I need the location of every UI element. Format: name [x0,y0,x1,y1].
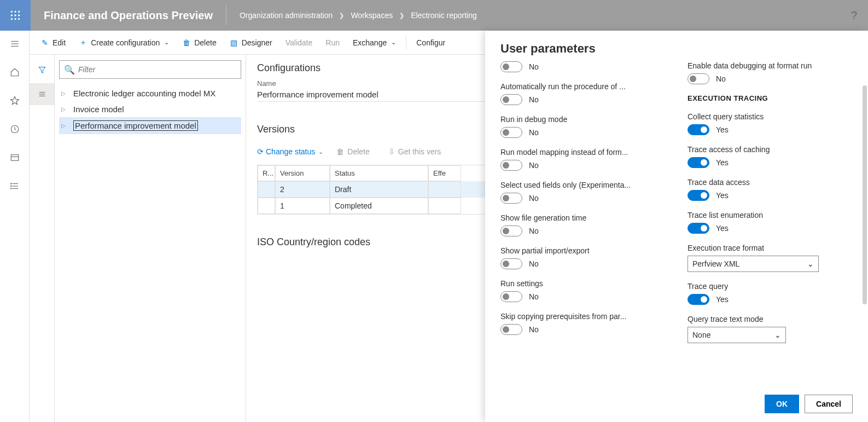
breadcrumb: Organization administration ❯ Workspaces… [226,11,477,20]
crumb-workspaces[interactable]: Workspaces [351,11,393,20]
query-mode-select[interactable]: None ⌄ [688,327,786,343]
cell-eff [428,181,461,198]
param-label: Select used fields only (Experimenta... [500,181,666,189]
tree-item-label: Invoice model [73,105,124,114]
toggle-left-2[interactable] [500,127,522,138]
toggle-value: Yes [716,224,729,233]
cycle-icon: ⟳ [257,147,264,156]
chevron-down-icon: ⌄ [318,148,323,155]
tree-item-perf-improvement[interactable]: ▷ Performance improvement model [59,117,241,134]
list-tool[interactable] [30,83,54,105]
chevron-right-icon: ❯ [339,12,344,19]
tree-expand-icon[interactable]: ▷ [61,123,68,129]
run-button: Run [320,36,345,49]
toggle-value: Yes [716,295,729,304]
svg-point-5 [18,14,20,16]
filter-input[interactable] [78,65,236,74]
toggle-left-3[interactable] [500,160,522,171]
help-button[interactable]: ? [840,9,868,22]
crumb-electronic-reporting[interactable]: Electronic reporting [411,11,477,20]
param-label: Show file generation time [500,213,666,222]
waffle-menu[interactable] [0,0,31,31]
toggle-enable-data-debug[interactable] [688,73,709,84]
nav-menu-toggle[interactable] [0,36,29,51]
nav-modules[interactable] [0,178,29,194]
param-trace-format: Execution trace format Perfview XML ⌄ [688,244,853,272]
workspace-icon [10,153,20,163]
nav-favorites[interactable] [0,93,29,108]
scrollbar-thumb[interactable] [863,85,867,304]
col-r[interactable]: R... [258,165,275,181]
filter-input-wrapper[interactable]: 🔍 [59,60,241,79]
toggle-left-6[interactable] [500,258,522,269]
nav-workspace[interactable] [0,150,29,165]
toggle-value: Yes [716,191,729,200]
delete-button[interactable]: 🗑 Delete [177,36,222,49]
param-left-8: Skip copying prerequisites from par...No [500,312,666,335]
param-label: Trace list enumeration [688,211,853,219]
search-icon: 🔍 [64,65,75,75]
get-this-version-button[interactable]: ⇩ Get this vers [383,145,447,158]
ok-button[interactable]: OK [765,395,799,413]
toggle-value: No [716,74,726,83]
toggle-value: No [529,161,539,170]
nav-rail [0,31,30,422]
toggle-left-5[interactable] [500,226,522,236]
param-left-0: No [500,61,666,72]
cell-blank [258,198,275,214]
toggle-left-1[interactable] [500,94,522,105]
param-enable-data-debug: Enable data debugging at format run No [688,61,853,84]
toggle-right-0[interactable] [688,124,709,135]
toggle-left-4[interactable] [500,193,522,204]
trace-format-select[interactable]: Perfview XML ⌄ [688,256,819,272]
nav-home[interactable] [0,65,29,80]
col-eff[interactable]: Effe [428,165,461,181]
config-tree: ▷ Electronic ledger accounting model MX … [59,85,241,134]
toggle-right-1[interactable] [688,157,709,168]
change-status-label: Change status [266,147,315,156]
crumb-org-admin[interactable]: Organization administration [240,11,333,20]
toggle-left-8[interactable] [500,324,522,335]
validate-button[interactable]: Validate [280,36,318,49]
toggle-left-7[interactable] [500,291,522,302]
toggle-value: No [529,128,539,137]
edit-button[interactable]: ✎ Edit [35,36,71,49]
tree-item-label: Performance improvement model [73,120,198,131]
chevron-down-icon: ⌄ [807,259,814,268]
execution-tracing-heading: EXECUTION TRACING [688,94,853,102]
col-version[interactable]: Version [275,165,330,181]
col-status[interactable]: Status [330,165,428,181]
svg-point-20 [10,188,11,189]
run-label: Run [325,38,340,47]
param-left-5: Show file generation timeNo [500,213,666,236]
cancel-button[interactable]: Cancel [805,395,853,413]
tree-pane: 🔍 ▷ Electronic ledger accounting model M… [55,55,246,422]
tree-item-ledger-mx[interactable]: ▷ Electronic ledger accounting model MX [59,85,241,101]
configurations-button[interactable]: Configur [411,36,451,49]
param-left-7: Run settingsNo [500,279,666,302]
toggle-left-0[interactable] [500,61,522,72]
tree-expand-icon[interactable]: ▷ [61,90,68,96]
toggle-right-3[interactable] [688,223,709,234]
cell-status: Completed [330,198,428,214]
designer-button[interactable]: ▧ Designer [224,36,278,49]
app-title: Finance and Operations Preview [31,9,226,22]
star-icon [10,96,20,106]
create-config-button[interactable]: ＋ Create configuration ⌄ [73,36,174,49]
version-delete-button[interactable]: 🗑 Delete [331,145,375,158]
exchange-button[interactable]: Exchange ⌄ [347,36,401,49]
nav-recent[interactable] [0,122,29,137]
param-trace-query: Trace query Yes [688,282,853,305]
param-label: Enable data debugging at format run [688,61,853,70]
toggle-right-2[interactable] [688,190,709,201]
param-left-6: Show partial import/exportNo [500,246,666,269]
tree-expand-icon[interactable]: ▷ [61,106,68,112]
flyout-left-column: NoAutomatically run the procedure of ...… [500,61,666,380]
param-left-1: Automatically run the procedure of ...No [500,82,666,105]
filter-tool[interactable] [30,59,54,81]
tree-item-invoice-model[interactable]: ▷ Invoice model [59,101,241,117]
toggle-trace-query[interactable] [688,294,709,305]
change-status-button[interactable]: ⟳ Change status ⌄ [257,147,323,156]
chevron-down-icon: ⌄ [391,39,396,46]
tree-item-label: Electronic ledger accounting model MX [73,89,215,98]
